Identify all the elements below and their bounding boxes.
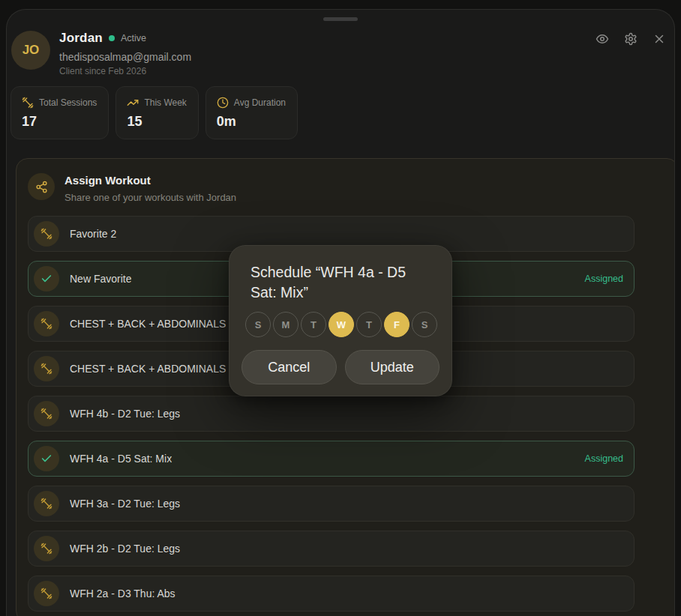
active-status-dot [109, 35, 115, 41]
assign-workout-header: Assign Workout Share one of your workout… [16, 159, 675, 203]
workout-item-wfh-4a[interactable]: WFH 4a - D5 Sat: Mix Assigned [28, 441, 634, 477]
schedule-dialog-title: Schedule “WFH 4a - D5 Sat: Mix” [250, 262, 432, 302]
dumbbell-icon [34, 491, 59, 516]
calendar-icon[interactable] [644, 540, 662, 558]
calendar-icon[interactable] [644, 585, 662, 603]
dumbbell-icon [34, 536, 59, 561]
cancel-button[interactable]: Cancel [242, 350, 337, 384]
workout-name: WFH 3a - D2 Tue: Legs [70, 498, 180, 510]
stat-value: 0m [217, 114, 286, 130]
check-icon [34, 446, 59, 471]
workout-name: WFH 4b - D2 Tue: Legs [70, 408, 180, 420]
day-toggle-sun[interactable]: S [245, 312, 271, 337]
calendar-icon[interactable] [644, 360, 662, 378]
gear-icon[interactable] [624, 32, 638, 46]
chevron-up-icon[interactable] [646, 167, 660, 181]
workout-name: CHEST + BACK + ABDOMINALS + [70, 318, 235, 330]
stat-label: This Week [144, 97, 186, 108]
section-title: Assign Workout [64, 174, 236, 187]
workout-row: WFH 2b - D2 Tue: Legs [28, 531, 662, 567]
workout-name: WFH 4a - D5 Sat: Mix [70, 453, 172, 465]
client-email: thedisposalmap@gmail.com [59, 51, 191, 63]
calendar-icon[interactable] [644, 226, 662, 243]
trending-up-icon [127, 97, 139, 109]
workout-name: New Favorite [70, 273, 131, 285]
workout-name: CHEST + BACK + ABDOMINALS + [70, 363, 235, 375]
client-since: Client since Feb 2026 [59, 66, 191, 76]
view-icon[interactable] [596, 32, 609, 46]
stats-row: Total Sessions 17 This Week 15 Avg Durat… [10, 86, 298, 139]
schedule-workout-dialog: Schedule “WFH 4a - D5 Sat: Mix” S M T W … [229, 245, 452, 396]
dumbbell-icon [22, 97, 34, 109]
section-subtitle: Share one of your workouts with Jordan [64, 192, 236, 203]
workout-row: WFH 4a - D5 Sat: Mix Assigned [28, 441, 662, 477]
calendar-icon[interactable] [644, 495, 662, 513]
stat-card-total-sessions: Total Sessions 17 [10, 86, 109, 139]
workout-item-wfh-3a[interactable]: WFH 3a - D2 Tue: Legs [28, 486, 634, 522]
day-toggle-fri[interactable]: F [384, 312, 410, 337]
weekday-selector: S M T W T F S [245, 312, 452, 337]
share-icon [28, 173, 55, 200]
day-toggle-thu[interactable]: T [356, 312, 382, 337]
calendar-icon[interactable] [644, 450, 662, 468]
stat-card-avg-duration: Avg Duration 0m [206, 86, 298, 139]
day-toggle-wed[interactable]: W [328, 312, 354, 337]
stat-value: 17 [22, 114, 97, 130]
stat-value: 15 [127, 114, 186, 130]
dumbbell-icon [34, 356, 59, 381]
clock-icon [217, 97, 229, 109]
dumbbell-icon [34, 311, 59, 336]
check-icon [34, 266, 59, 292]
client-header: JO Jordan Active thedisposalmap@gmail.co… [11, 31, 191, 76]
calendar-icon[interactable] [644, 315, 662, 333]
dumbbell-icon [34, 401, 59, 426]
day-toggle-tue[interactable]: T [301, 312, 326, 337]
day-toggle-sat[interactable]: S [412, 312, 437, 337]
dumbbell-icon [34, 221, 59, 247]
assigned-badge: Assigned [578, 453, 623, 464]
stat-label: Total Sessions [39, 97, 97, 108]
sheet-drag-handle[interactable] [323, 17, 358, 21]
workout-item-wfh-4b[interactable]: WFH 4b - D2 Tue: Legs [28, 396, 634, 432]
close-icon[interactable] [652, 32, 666, 46]
assigned-badge: Assigned [578, 274, 623, 284]
workout-name: Favorite 2 [70, 228, 116, 240]
client-name: Jordan [59, 31, 103, 46]
stat-card-this-week: This Week 15 [116, 86, 198, 139]
avatar: JO [11, 31, 50, 70]
active-status-label: Active [121, 33, 146, 43]
update-button[interactable]: Update [345, 350, 440, 384]
workout-item-wfh-2a[interactable]: WFH 2a - D3 Thu: Abs [28, 576, 634, 612]
stat-label: Avg Duration [234, 97, 286, 108]
day-toggle-mon[interactable]: M [273, 312, 298, 337]
calendar-icon[interactable] [644, 271, 662, 288]
workout-name: WFH 2a - D3 Thu: Abs [70, 588, 176, 600]
dumbbell-icon [34, 581, 59, 606]
workout-row: WFH 3a - D2 Tue: Legs [28, 486, 662, 522]
workout-name: WFH 2b - D2 Tue: Legs [70, 543, 180, 555]
workout-item-wfh-2b[interactable]: WFH 2b - D2 Tue: Legs [28, 531, 634, 567]
calendar-icon[interactable] [644, 405, 662, 423]
workout-row: WFH 4b - D2 Tue: Legs [28, 396, 662, 432]
workout-row: WFH 2a - D3 Thu: Abs [28, 576, 662, 612]
